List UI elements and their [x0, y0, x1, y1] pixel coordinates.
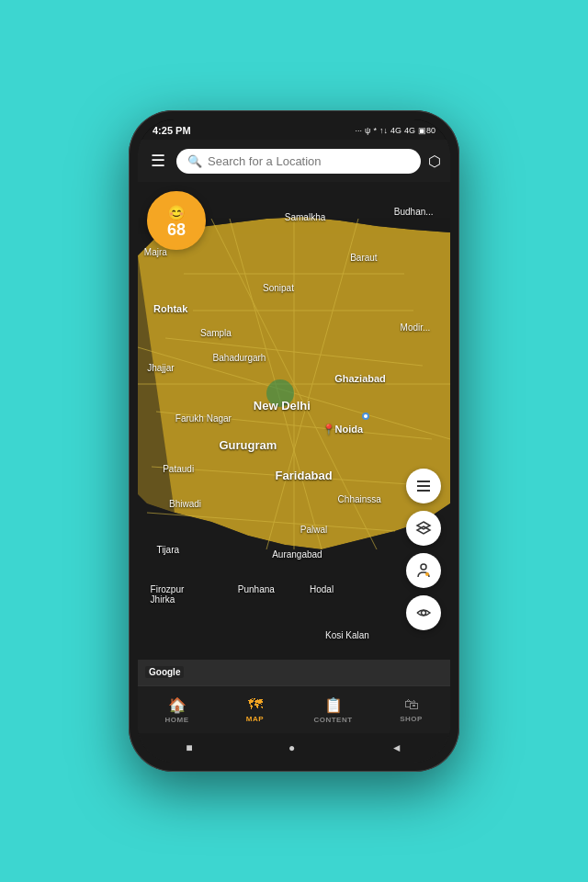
- nav-content[interactable]: 📋 CONTENT: [294, 686, 372, 733]
- phone-screen: 4:25 PM ··· ψ * ↑↓ 4G 4G ▣80 ☰ 🔍 ⬡: [138, 119, 450, 763]
- layers-control-button[interactable]: [406, 511, 441, 546]
- svg-point-17: [266, 379, 294, 407]
- status-bar: 4:25 PM ··· ψ * ↑↓ 4G 4G ▣80: [138, 119, 450, 140]
- nav-shop[interactable]: 🛍 SHOP: [372, 686, 450, 733]
- search-box[interactable]: 🔍: [176, 149, 421, 174]
- bottom-nav: 🏠 HOME 🗺 MAP 📋 CONTENT 🛍 SHOP: [138, 685, 450, 733]
- home-button[interactable]: ●: [288, 741, 295, 754]
- svg-marker-23: [417, 522, 430, 529]
- svg-point-25: [421, 564, 426, 570]
- top-bar: ☰ 🔍 ⬡: [138, 140, 450, 182]
- app-content: ☰ 🔍 ⬡: [138, 140, 450, 763]
- status-icons: ··· ψ * ↑↓ 4G 4G ▣80: [356, 126, 436, 135]
- search-input[interactable]: [208, 154, 410, 168]
- phone-frame: 4:25 PM ··· ψ * ↑↓ 4G 4G ▣80 ☰ 🔍 ⬡: [129, 110, 459, 772]
- back-button[interactable]: ◄: [391, 741, 402, 754]
- share-button[interactable]: ⬡: [428, 153, 441, 170]
- battery-icon: ▣80: [418, 126, 435, 135]
- signal-icon: ···: [356, 126, 363, 135]
- recent-apps-button[interactable]: ■: [186, 741, 192, 754]
- map-icon: 🗺: [248, 696, 263, 713]
- wifi-icon: *: [373, 126, 377, 135]
- eye-control-button[interactable]: [406, 595, 441, 630]
- svg-point-27: [422, 611, 426, 616]
- home-label: HOME: [165, 716, 189, 724]
- content-label: CONTENT: [313, 716, 352, 724]
- search-icon: 🔍: [187, 154, 202, 168]
- svg-point-19: [364, 414, 368, 418]
- bluetooth-icon: ψ: [365, 126, 370, 135]
- network-icon: 4G: [390, 126, 401, 135]
- home-icon: 🏠: [168, 696, 187, 714]
- list-control-button[interactable]: [406, 469, 441, 503]
- aqi-bubble[interactable]: 😊 68: [147, 191, 206, 250]
- shop-label: SHOP: [400, 715, 423, 723]
- person-control-button[interactable]: [406, 553, 441, 588]
- svg-marker-24: [417, 526, 430, 534]
- nav-map[interactable]: 🗺 MAP: [216, 686, 294, 733]
- status-time: 4:25 PM: [153, 125, 191, 136]
- network2-icon: 4G: [404, 126, 415, 135]
- menu-button[interactable]: ☰: [147, 147, 169, 175]
- aqi-value: 68: [167, 221, 186, 238]
- map-container[interactable]: 😊 68 Samalkha Budhan... Majra Baraut Roh…: [138, 182, 450, 685]
- nav-home[interactable]: 🏠 HOME: [138, 686, 216, 733]
- shop-icon: 🛍: [404, 696, 419, 713]
- data-icon: ↑↓: [379, 126, 388, 135]
- content-icon: 📋: [324, 696, 343, 714]
- map-background: [138, 182, 450, 660]
- svg-point-26: [425, 572, 429, 576]
- aqi-circle: 😊 68: [147, 191, 206, 250]
- aqi-face-icon: 😊: [167, 204, 186, 221]
- android-nav-bar: ■ ● ◄: [138, 733, 450, 763]
- map-controls: [406, 469, 441, 630]
- map-label-nav: MAP: [246, 715, 264, 723]
- google-watermark: Google: [145, 666, 184, 678]
